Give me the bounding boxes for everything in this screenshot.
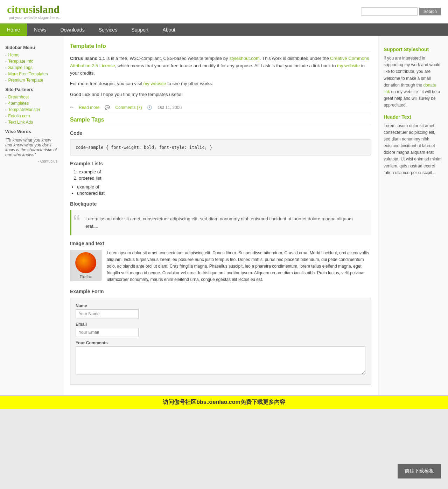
wise-words-title: Wise Words [5, 129, 57, 134]
wise-quote: "To know what you know and know what you… [5, 138, 57, 157]
template-info-para2: For more free designs, you can visit my … [70, 80, 371, 88]
image-text-section: Firefox Lorem ipsum dolor sit amet, cons… [70, 250, 371, 283]
list-item: More Free Templates [5, 71, 57, 77]
partner-4templates[interactable]: 4templates [8, 101, 29, 106]
site-partners-title: Site Partners [5, 87, 57, 92]
read-more-link[interactable]: Read more [79, 105, 99, 110]
list-item: ordered list [79, 175, 371, 181]
email-label: Email [76, 322, 365, 327]
nav-support[interactable]: Support [124, 23, 155, 36]
main-content: Template Info Citrus Island 1.1 is is a … [63, 36, 378, 395]
list-item: Text Link Ads [5, 119, 57, 125]
example-form-subtitle: Example Form [70, 289, 371, 294]
comments-textarea[interactable] [76, 346, 365, 374]
header-text-body: Lorem ipsum dolor sit amet, consectetuer… [384, 123, 443, 177]
edit-icon: ✏ [70, 105, 74, 110]
logo-citrus: citrus [7, 4, 33, 15]
date-icon: 🕐 [147, 105, 152, 110]
community-banner: 访问伽号社区bbs.xienlao.com免费下载更多内容 [0, 395, 448, 409]
comments-link[interactable]: Comments (7) [115, 105, 142, 110]
template-info-title: Template Info [70, 43, 371, 51]
blockquote-subtitle: Blockquote [70, 201, 371, 207]
code-block: code-sample { font-weight: bold; font-st… [70, 139, 371, 156]
sidebar-item-home[interactable]: Home [8, 53, 20, 57]
list-item: example of [77, 184, 371, 190]
partner-textlinkads[interactable]: Text Link Ads [8, 120, 33, 125]
nav-news[interactable]: News [27, 23, 53, 36]
search-input[interactable] [362, 7, 418, 16]
my-website-link2[interactable]: my website [144, 81, 166, 86]
list-item: Premium Template [5, 77, 57, 83]
nav-downloads[interactable]: Downloads [53, 23, 91, 36]
sidebar: Sidebar Menu Home Template Info Sample T… [0, 36, 63, 395]
firefox-label: Firefox [80, 275, 92, 279]
comments-label: Your Comments [76, 340, 365, 345]
wise-attribution: - Confucius [5, 159, 57, 163]
header-text-title: Header Text [384, 114, 443, 120]
post-date: Oct 11, 2006 [158, 105, 182, 110]
list-item: Fotolia.com [5, 113, 57, 119]
search-button[interactable]: Search [419, 8, 441, 15]
example-lists-subtitle: Example Lists [70, 161, 371, 166]
name-input[interactable] [76, 309, 139, 318]
styleshout-link[interactable]: styleshout.com [229, 56, 260, 61]
cc-license-link[interactable]: Creative Commons Attribution 2.5 License [70, 56, 369, 68]
blockquote: Lorem ipsum dolor sit amet, consectetuer… [70, 210, 371, 235]
sample-tags-title: Sample Tags [70, 117, 371, 125]
site-partners-menu: Dreamhost 4templates TemplateMonster Fot… [5, 94, 57, 125]
sidebar-item-premium-template[interactable]: Premium Template [8, 78, 43, 83]
list-item: 4templates [5, 100, 57, 106]
unordered-list: example of unordered list [77, 184, 371, 196]
right-sidebar: Support Styleshout If you are interested… [378, 36, 448, 395]
sidebar-item-template-info[interactable]: Template Info [8, 59, 34, 64]
search-area: Search [362, 7, 441, 16]
ordered-list: example of ordered list [79, 169, 371, 181]
main-nav: Home News Downloads Services Support Abo… [0, 23, 448, 36]
email-input[interactable] [76, 328, 139, 337]
comments-form-group: Your Comments [76, 340, 365, 376]
list-item: Sample Tags [5, 64, 57, 71]
partner-templatemonster[interactable]: TemplateMonster [8, 107, 41, 112]
sidebar-menu-title: Sidebar Menu [5, 45, 57, 50]
comment-icon: 💬 [105, 105, 110, 110]
partner-fotolia[interactable]: Fotolia.com [8, 113, 30, 118]
logo-island: island [33, 4, 59, 15]
my-website-link[interactable]: my website [337, 63, 360, 68]
list-item: TemplateMonster [5, 106, 57, 113]
code-subtitle: Code [70, 130, 371, 136]
post-footer: ✏ Read more 💬 Comments (7) 🕐 Oct 11, 200… [70, 102, 371, 113]
template-info-para3: Good luck and I hope you find my free te… [70, 91, 371, 98]
nav-home[interactable]: Home [0, 23, 27, 36]
logo-slogan: put your website slogan here... [9, 15, 61, 20]
list-item: example of [79, 169, 371, 174]
image-text-subtitle: Image and text [70, 241, 371, 246]
list-item: Home [5, 52, 57, 58]
sidebar-menu: Home Template Info Sample Tags More Free… [5, 52, 57, 83]
firefox-logo [75, 252, 96, 273]
list-item: Dreamhost [5, 94, 57, 100]
sidebar-item-sample-tags[interactable]: Sample Tags [8, 65, 33, 70]
support-text: If you are interested in supporting my w… [384, 55, 443, 109]
donate-link[interactable]: donate link [384, 83, 436, 94]
nav-about[interactable]: About [155, 23, 182, 36]
list-item: Template Info [5, 58, 57, 64]
firefox-image: Firefox [70, 250, 102, 281]
image-text-body: Lorem ipsum dolor sit amet, consectetuer… [107, 250, 371, 283]
email-form-group: Email [76, 322, 365, 337]
logo-area: citrusisland put your website slogan her… [7, 4, 61, 20]
sidebar-item-more-free-templates[interactable]: More Free Templates [8, 71, 48, 76]
partner-dreamhost[interactable]: Dreamhost [8, 95, 29, 99]
name-form-group: Name [76, 303, 365, 318]
support-title: Support Styleshout [384, 47, 443, 52]
main-wrapper: Sidebar Menu Home Template Info Sample T… [0, 36, 448, 395]
name-label: Name [76, 303, 365, 308]
template-info-para1: Citrus Island 1.1 is is a free, W3C-comp… [70, 55, 371, 77]
example-form: Name Email Your Comments [70, 298, 371, 385]
list-item: unordered list [77, 191, 371, 196]
nav-services[interactable]: Services [92, 23, 125, 36]
